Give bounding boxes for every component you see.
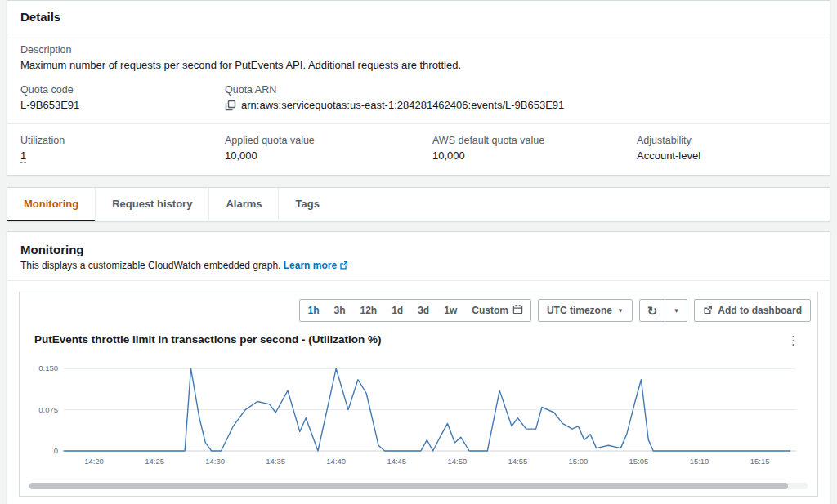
- refresh-split-button: ↻ ▼: [639, 299, 688, 322]
- tab-tags[interactable]: Tags: [278, 188, 335, 221]
- range-1d-button[interactable]: 1d: [384, 301, 410, 320]
- range-1h-button[interactable]: 1h: [300, 301, 326, 320]
- adjustability-value: Account-level: [637, 149, 817, 162]
- embedded-graph-box: 1h 3h 12h 1d 3d 1w Custom UTC timezone ▼: [19, 292, 818, 497]
- default-quota-value: 10,000: [432, 149, 637, 162]
- description-label: Description: [20, 44, 817, 56]
- svg-text:14:50: 14:50: [447, 457, 467, 466]
- svg-text:14:40: 14:40: [326, 457, 346, 466]
- svg-text:14:55: 14:55: [508, 457, 527, 466]
- tab-alarms[interactable]: Alarms: [208, 188, 278, 221]
- svg-text:14:30: 14:30: [205, 457, 225, 466]
- horizontal-scrollbar-thumb[interactable]: [29, 483, 788, 489]
- details-title: Details: [20, 10, 60, 24]
- refresh-icon: ↻: [647, 305, 658, 317]
- refresh-button[interactable]: ↻: [640, 300, 665, 321]
- tab-bar: Monitoring Request history Alarms Tags: [7, 187, 830, 221]
- svg-text:15:10: 15:10: [690, 457, 709, 466]
- external-link-icon: [339, 261, 348, 272]
- quota-arn-value: arn:aws:servicequotas:us-east-1:28428146…: [241, 99, 564, 111]
- svg-text:15:15: 15:15: [750, 457, 770, 466]
- monitoring-card: Monitoring This displays a customizable …: [7, 231, 830, 504]
- chart-options-menu-icon[interactable]: ⋮: [784, 333, 803, 348]
- description-value: Maximum number of requests per second fo…: [20, 59, 817, 71]
- monitoring-header: Monitoring This displays a customizable …: [7, 232, 830, 281]
- svg-text:15:00: 15:00: [569, 457, 589, 466]
- svg-text:0: 0: [54, 446, 58, 455]
- quota-code-value: L-9B653E91: [20, 99, 225, 111]
- graph-toolbar: 1h 3h 12h 1d 3d 1w Custom UTC timezone ▼: [26, 299, 811, 322]
- monitoring-subtitle: This displays a customizable CloudWatch …: [20, 260, 280, 271]
- add-to-dashboard-button[interactable]: Add to dashboard: [694, 299, 811, 322]
- horizontal-scrollbar-track: [29, 483, 808, 489]
- svg-text:14:20: 14:20: [84, 457, 104, 466]
- time-range-segmented-control: 1h 3h 12h 1d 3d 1w Custom: [299, 299, 530, 322]
- learn-more-link[interactable]: Learn more: [284, 260, 348, 271]
- svg-text:14:45: 14:45: [387, 457, 406, 466]
- refresh-options-button[interactable]: ▼: [665, 300, 687, 321]
- range-1w-button[interactable]: 1w: [436, 301, 464, 320]
- svg-text:0.075: 0.075: [38, 405, 58, 414]
- tab-monitoring[interactable]: Monitoring: [7, 188, 95, 221]
- details-body: Description Maximum number of requests p…: [7, 33, 830, 123]
- applied-quota-value: 10,000: [225, 149, 432, 162]
- monitoring-title: Monitoring: [20, 243, 817, 256]
- quota-arn-label: Quota ARN: [225, 84, 817, 96]
- range-12h-button[interactable]: 12h: [352, 301, 384, 320]
- copy-icon[interactable]: [225, 100, 236, 111]
- range-3d-button[interactable]: 3d: [410, 301, 436, 320]
- details-metrics-row: Utilization 1 Applied quota value 10,000…: [7, 124, 830, 175]
- chart-title-row: PutEvents throttle limit in transactions…: [26, 322, 811, 350]
- chevron-down-icon: ▼: [673, 307, 679, 314]
- utilization-value[interactable]: 1: [20, 149, 26, 163]
- default-quota-label: AWS default quota value: [432, 135, 637, 146]
- utilization-label: Utilization: [20, 135, 225, 146]
- svg-text:14:25: 14:25: [145, 457, 164, 466]
- details-card: Details Description Maximum number of re…: [7, 0, 830, 176]
- svg-text:0.150: 0.150: [38, 364, 58, 372]
- svg-text:14:35: 14:35: [266, 457, 285, 466]
- embedded-graph-wrap: 1h 3h 12h 1d 3d 1w Custom UTC timezone ▼: [7, 281, 830, 504]
- timezone-dropdown[interactable]: UTC timezone ▼: [538, 299, 633, 322]
- tab-request-history[interactable]: Request history: [95, 188, 208, 221]
- quota-code-label: Quota code: [20, 84, 225, 96]
- range-3h-button[interactable]: 3h: [326, 301, 352, 320]
- chevron-down-icon: ▼: [617, 307, 624, 314]
- chart-title: PutEvents throttle limit in transactions…: [34, 333, 382, 346]
- adjustability-label: Adjustability: [637, 135, 817, 146]
- dashboard-export-icon: [703, 305, 713, 317]
- calendar-icon: [512, 304, 523, 317]
- custom-range-button[interactable]: Custom: [464, 300, 530, 321]
- svg-text:15:05: 15:05: [629, 457, 649, 466]
- utilization-chart: 00.0750.15014:2014:2514:3014:3514:4014:4…: [26, 350, 804, 472]
- details-header: Details: [7, 1, 830, 33]
- applied-quota-label: Applied quota value: [225, 135, 432, 146]
